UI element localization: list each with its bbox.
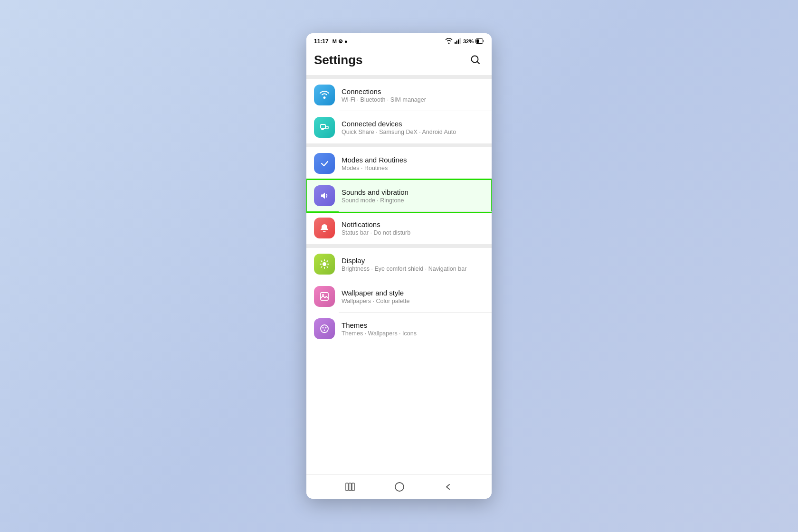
sounds-title: Sounds and vibration [342,188,484,196]
connections-subtitle: Wi-Fi · Bluetooth · SIM manager [342,96,484,103]
recents-button[interactable] [345,483,355,491]
settings-item-display[interactable]: Display Brightness · Eye comfort shield … [306,248,492,280]
wifi-icon [445,38,453,45]
svg-point-9 [323,262,326,266]
display-icon [314,254,335,275]
display-text: Display Brightness · Eye comfort shield … [342,256,484,272]
notifications-subtitle: Status bar · Do not disturb [342,229,484,236]
settings-item-sounds[interactable]: Sounds and vibration Sound mode · Ringto… [306,180,492,212]
battery-icon [475,38,484,45]
status-left: 11:17 M ⚙ ● [314,38,348,45]
sounds-text: Sounds and vibration Sound mode · Ringto… [342,188,484,204]
svg-rect-3 [459,38,461,44]
settings-item-wallpaper[interactable]: Wallpaper and style Wallpapers · Color p… [306,280,492,313]
svg-rect-2 [458,39,459,44]
search-button[interactable] [467,51,484,68]
notifications-title: Notifications [342,220,484,228]
connected-devices-subtitle: Quick Share · Samsung DeX · Android Auto [342,129,484,135]
svg-rect-5 [476,39,479,43]
themes-icon [314,318,335,339]
svg-rect-8 [325,126,328,129]
section-gap-1 [306,143,492,147]
status-icons: M ⚙ ● [332,38,348,45]
sounds-subtitle: Sound mode · Ringtone [342,197,484,204]
section-1: Connections Wi-Fi · Bluetooth · SIM mana… [306,79,492,143]
connections-icon [314,85,335,105]
display-subtitle: Brightness · Eye comfort shield · Naviga… [342,266,484,272]
themes-text: Themes Themes · Wallpapers · Icons [342,321,484,337]
modes-title: Modes and Routines [342,156,484,164]
header-divider [306,75,492,79]
notifications-icon [314,218,335,238]
connections-text: Connections Wi-Fi · Bluetooth · SIM mana… [342,87,484,103]
status-right: 32% [445,38,484,45]
svg-point-18 [395,483,404,491]
modes-subtitle: Modes · Routines [342,165,484,171]
settings-header: Settings [306,48,492,75]
settings-item-themes[interactable]: Themes Themes · Wallpapers · Icons [306,313,492,345]
svg-rect-0 [455,42,456,44]
svg-rect-17 [352,483,354,491]
settings-item-notifications[interactable]: Notifications Status bar · Do not distur… [306,212,492,244]
notifications-text: Notifications Status bar · Do not distur… [342,220,484,236]
connections-title: Connections [342,87,484,95]
connected-devices-title: Connected devices [342,120,484,128]
bottom-navigation [306,474,492,499]
display-title: Display [342,256,484,265]
settings-list: Connections Wi-Fi · Bluetooth · SIM mana… [306,79,492,474]
wallpaper-title: Wallpaper and style [342,289,484,297]
status-time: 11:17 [314,38,329,45]
status-bar: 11:17 M ⚙ ● 32% [306,33,492,48]
settings-item-connections[interactable]: Connections Wi-Fi · Bluetooth · SIM mana… [306,79,492,111]
svg-rect-1 [456,41,457,44]
signal-icon [455,38,461,45]
svg-rect-15 [346,483,348,491]
wallpaper-subtitle: Wallpapers · Color palette [342,298,484,304]
modes-text: Modes and Routines Modes · Routines [342,156,484,171]
themes-subtitle: Themes · Wallpapers · Icons [342,330,484,337]
section-gap-2 [306,244,492,248]
phone-frame: 11:17 M ⚙ ● 32% [306,33,492,499]
svg-rect-16 [349,483,351,491]
svg-rect-7 [321,124,325,128]
settings-item-connected-devices[interactable]: Connected devices Quick Share · Samsung … [306,111,492,143]
modes-icon [314,153,335,174]
home-button[interactable] [394,482,405,492]
settings-item-modes[interactable]: Modes and Routines Modes · Routines [306,147,492,180]
battery-percent: 32% [463,38,474,44]
connected-devices-text: Connected devices Quick Share · Samsung … [342,120,484,135]
svg-rect-10 [321,293,328,300]
wallpaper-icon [314,286,335,307]
connected-devices-icon [314,117,335,138]
back-button[interactable] [444,483,453,491]
section-2: Modes and Routines Modes · Routines Soun… [306,147,492,244]
svg-point-14 [324,330,325,331]
wallpaper-text: Wallpaper and style Wallpapers · Color p… [342,289,484,304]
sounds-icon [314,185,335,206]
svg-point-13 [325,327,327,329]
page-title: Settings [314,53,363,67]
themes-title: Themes [342,321,484,329]
section-3: Display Brightness · Eye comfort shield … [306,248,492,345]
svg-point-12 [323,327,324,329]
